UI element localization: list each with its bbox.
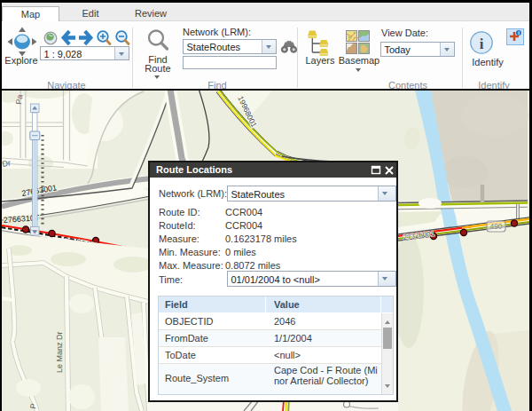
svg-text:Pa: Pa — [14, 94, 24, 105]
svg-text:Le Manz Dr: Le Manz Dr — [55, 331, 64, 373]
svg-text:i: i — [480, 36, 484, 52]
svg-text:Dr: Dr — [2, 158, 12, 168]
svg-text:490: 490 — [489, 222, 502, 231]
